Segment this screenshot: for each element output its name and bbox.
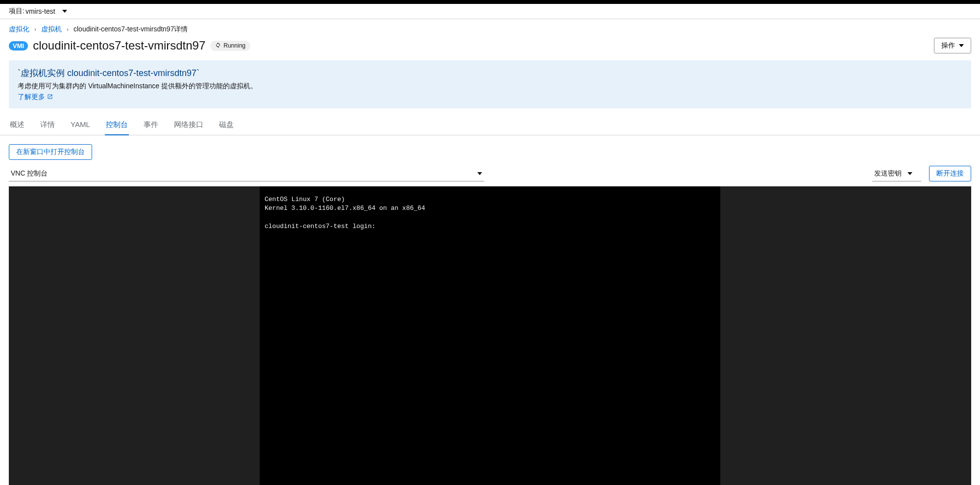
status-badge: Running	[210, 41, 250, 51]
disconnect-button[interactable]: 断开连接	[929, 166, 971, 181]
console-toolbar: 在新窗口中打开控制台	[0, 135, 980, 166]
caret-down-icon	[477, 171, 482, 176]
tab-events[interactable]: 事件	[143, 116, 159, 135]
svg-marker-2	[477, 172, 482, 175]
caret-down-icon	[959, 43, 964, 48]
status-text: Running	[223, 42, 245, 49]
tab-details[interactable]: 详情	[39, 116, 56, 135]
vnc-terminal[interactable]: CentOS Linux 7 (Core) Kernel 3.10.0-1160…	[260, 186, 720, 485]
info-banner-title: `虚拟机实例 cloudinit-centos7-test-vmirsdtn97…	[18, 67, 962, 79]
info-banner: `虚拟机实例 cloudinit-centos7-test-vmirsdtn97…	[9, 60, 971, 108]
tab-overview[interactable]: 概述	[9, 116, 25, 135]
info-banner-text: 考虑使用可为集群内的 VirtualMachineInstance 提供额外的管…	[18, 82, 962, 91]
svg-marker-0	[62, 10, 67, 13]
send-key-select[interactable]: 发送密钥	[872, 166, 921, 181]
terminal-line-1: CentOS Linux 7 (Core)	[265, 196, 345, 203]
actions-button[interactable]: 操作	[934, 38, 971, 53]
project-selector-bar: 项目: vmirs-test	[0, 4, 980, 19]
top-black-bar	[0, 0, 980, 4]
sync-icon	[215, 42, 221, 50]
breadcrumb: 虚拟化 › 虚拟机 › cloudinit-centos7-test-vmirs…	[0, 19, 980, 36]
chevron-right-icon: ›	[67, 26, 69, 33]
breadcrumb-item-current: cloudinit-centos7-test-vmirsdtn97详情	[74, 25, 188, 34]
tab-yaml[interactable]: YAML	[70, 116, 91, 135]
send-key-label: 发送密钥	[874, 169, 902, 178]
learn-more-text: 了解更多	[18, 93, 45, 102]
console-type-select[interactable]: VNC 控制台	[9, 166, 484, 181]
learn-more-link[interactable]: 了解更多	[18, 93, 53, 102]
breadcrumb-item-vms[interactable]: 虚拟机	[41, 25, 62, 34]
project-name[interactable]: vmirs-test	[25, 7, 55, 15]
vnc-viewport[interactable]: CentOS Linux 7 (Core) Kernel 3.10.0-1160…	[9, 186, 971, 485]
tabs: 概述 详情 YAML 控制台 事件 网络接口 磁盘	[0, 111, 980, 135]
console-controls: VNC 控制台 发送密钥 断开连接	[0, 166, 980, 186]
tab-network[interactable]: 网络接口	[173, 116, 204, 135]
page-title: cloudinit-centos7-test-vmirsdtn97	[33, 39, 205, 52]
actions-label: 操作	[941, 41, 955, 50]
chevron-right-icon: ›	[34, 26, 36, 33]
caret-down-icon	[907, 171, 912, 176]
tab-disks[interactable]: 磁盘	[218, 116, 235, 135]
vmi-badge: VMI	[9, 41, 28, 51]
caret-down-icon[interactable]	[62, 9, 67, 14]
tab-console[interactable]: 控制台	[105, 116, 129, 135]
terminal-line-4: cloudinit-centos7-test login:	[265, 223, 375, 230]
console-type-value: VNC 控制台	[11, 169, 48, 178]
terminal-line-2: Kernel 3.10.0-1160.el7.x86_64 on an x86_…	[265, 204, 425, 212]
title-row: VMI cloudinit-centos7-test-vmirsdtn97 Ru…	[0, 36, 980, 60]
svg-marker-3	[907, 172, 912, 175]
breadcrumb-item-virtualization[interactable]: 虚拟化	[9, 25, 29, 34]
project-label: 项目:	[9, 7, 24, 16]
open-new-window-button[interactable]: 在新窗口中打开控制台	[9, 144, 92, 160]
external-link-icon	[47, 93, 53, 101]
svg-marker-1	[959, 44, 964, 47]
